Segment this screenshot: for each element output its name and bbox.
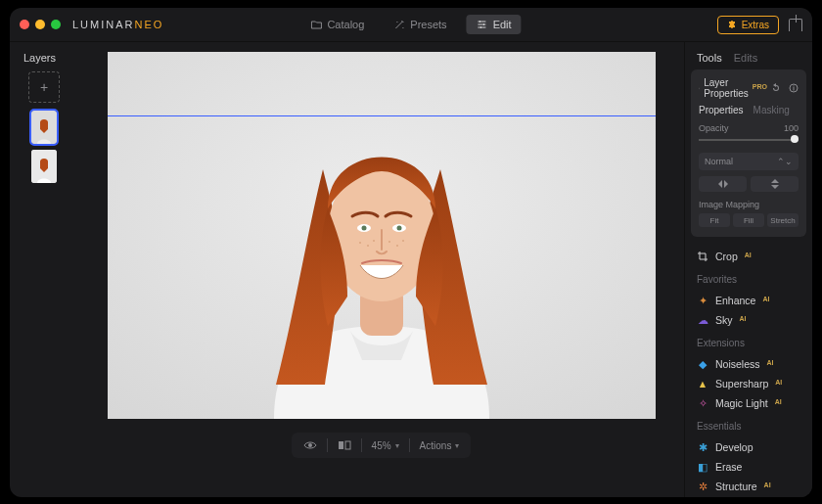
extras-label: Extras [742, 20, 769, 30]
nav-presets[interactable]: Presets [384, 15, 456, 34]
separator [361, 438, 362, 452]
sliders-icon [477, 19, 488, 30]
tool-sky-label: Sky [715, 314, 733, 326]
svg-rect-18 [339, 441, 343, 449]
image-canvas[interactable] [108, 52, 656, 419]
svg-rect-22 [794, 86, 795, 87]
tool-crop[interactable]: CropAI [697, 247, 800, 266]
flip-h-icon [717, 180, 729, 188]
svg-point-11 [359, 242, 361, 244]
tool-develop-label: Develop [715, 441, 754, 453]
nav-presets-label: Presets [410, 19, 446, 30]
tool-magiclight-label: Magic Light [715, 397, 768, 409]
info-icon[interactable] [789, 83, 799, 93]
stretch-button[interactable]: Stretch [767, 213, 799, 227]
updown-icon: ⌃⌄ [777, 157, 793, 166]
reset-icon[interactable] [771, 83, 781, 93]
tool-magiclight[interactable]: ✧ Magic LightAI [697, 393, 800, 413]
layers-title: Layers [10, 52, 56, 64]
share-button[interactable] [789, 19, 802, 31]
window-controls [20, 20, 61, 29]
compare-toggle[interactable] [338, 440, 351, 450]
flip-horizontal-button[interactable] [699, 176, 747, 192]
tool-supersharp-label: Supersharp [715, 378, 768, 389]
opacity-value: 100 [784, 123, 799, 133]
separator [409, 438, 410, 452]
folder-icon [310, 19, 322, 30]
top-nav: Catalog Presets Edit [300, 15, 521, 34]
blend-mode-select[interactable]: Normal ⌃⌄ [699, 153, 799, 170]
pro-badge: PRO [753, 83, 767, 90]
svg-point-14 [388, 241, 390, 243]
section-favorites: Favorites [697, 274, 800, 285]
tool-crop-label: Crop [715, 251, 738, 262]
section-essentials: Essentials [697, 421, 800, 432]
layers-panel: Layers + [10, 42, 78, 497]
ai-badge: AI [767, 359, 774, 366]
close-window-button[interactable] [20, 20, 29, 29]
panel-subtabs: Properties Masking [699, 105, 799, 115]
subtab-masking[interactable]: Masking [754, 105, 790, 115]
opacity-slider[interactable] [699, 135, 799, 145]
tool-enhance[interactable]: ✦ EnhanceAI [697, 291, 800, 310]
ai-badge: AI [764, 481, 771, 488]
opacity-row: Opacity 100 [699, 123, 799, 133]
add-layer-button[interactable]: + [28, 71, 60, 103]
ai-badge: AI [762, 296, 769, 302]
extras-button[interactable]: Extras [717, 16, 779, 34]
slider-knob[interactable] [791, 135, 799, 143]
fullscreen-window-button[interactable] [51, 20, 61, 29]
develop-icon: ✱ [697, 441, 708, 453]
tool-develop[interactable]: ✱ Develop [697, 437, 800, 457]
actions-label: Actions [420, 440, 452, 451]
cloud-icon: ☁ [697, 314, 708, 326]
svg-rect-21 [794, 87, 795, 91]
right-panel: Tools Edits Layer Properties PRO Propert… [684, 42, 812, 497]
svg-rect-19 [345, 441, 350, 449]
enhance-icon: ✦ [697, 295, 708, 306]
compare-icon [338, 440, 351, 450]
fit-button[interactable]: Fit [699, 213, 730, 227]
tool-structure-label: Structure [715, 481, 757, 492]
flip-vertical-button[interactable] [751, 176, 799, 192]
subtab-properties[interactable]: Properties [699, 105, 744, 115]
svg-point-13 [373, 240, 375, 242]
image-mapping-label: Image Mapping [699, 200, 799, 209]
tool-erase[interactable]: ◧ Erase [697, 457, 800, 477]
layers-icon [699, 83, 700, 94]
flip-buttons [699, 176, 799, 192]
tab-tools[interactable]: Tools [697, 52, 722, 64]
eye-toggle[interactable] [303, 440, 317, 450]
zoom-dropdown[interactable]: 45%▾ [372, 440, 399, 451]
nav-edit-label: Edit [493, 19, 512, 30]
opacity-label: Opacity [699, 123, 729, 133]
nav-edit[interactable]: Edit [467, 15, 522, 34]
brand-text-1: LUMINAR [72, 19, 135, 30]
layer-thumb-1[interactable] [31, 111, 57, 144]
magiclight-icon: ✧ [697, 397, 708, 409]
ai-badge: AI [775, 379, 782, 386]
tool-noiseless[interactable]: ◆ NoiselessAI [697, 354, 800, 374]
panel-title: Layer Properties [704, 77, 749, 99]
layer-thumb-2[interactable] [31, 150, 57, 183]
actions-dropdown[interactable]: Actions▾ [420, 440, 460, 451]
wand-icon [393, 19, 405, 30]
tab-edits[interactable]: Edits [734, 52, 757, 64]
tool-color[interactable]: ◐ Color [697, 496, 800, 497]
horizontal-guide-line[interactable] [108, 115, 656, 116]
app-body: Layers + [10, 42, 812, 497]
mapping-buttons: Fit Fill Stretch [699, 213, 799, 227]
portrait-image [108, 52, 656, 419]
nav-catalog[interactable]: Catalog [300, 15, 374, 34]
tool-structure[interactable]: ✲ StructureAI [697, 477, 800, 496]
tool-noiseless-label: Noiseless [715, 358, 760, 370]
minimize-window-button[interactable] [35, 20, 45, 29]
svg-point-12 [367, 245, 369, 247]
svg-point-16 [402, 240, 404, 242]
tool-supersharp[interactable]: ▲ SupersharpAI [697, 374, 800, 393]
zoom-value: 45% [372, 440, 391, 451]
noiseless-icon: ◆ [697, 358, 708, 370]
crop-icon [697, 251, 708, 262]
fill-button[interactable]: Fill [733, 213, 764, 227]
tool-sky[interactable]: ☁ SkyAI [697, 310, 800, 330]
